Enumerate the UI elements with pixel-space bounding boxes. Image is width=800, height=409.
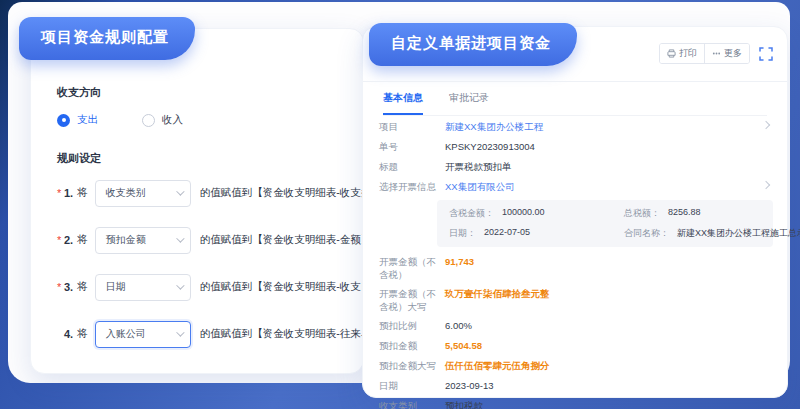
direction-radio-group: 支出 收入 <box>57 113 347 127</box>
contract-info-row: 日期： 2022-07-05 合同名称： 新建XX集团办公楼工程施工总承包合同 <box>449 227 761 240</box>
print-button-label: 打印 <box>679 47 697 60</box>
chevron-down-icon <box>176 281 184 289</box>
rule-word: 将 <box>77 280 88 294</box>
field-row-withhold-amount-caps: 预扣金额大写 伍仟伍佰零肆元伍角捌分 <box>379 356 775 376</box>
required-asterisk: * <box>57 234 64 246</box>
radio-income-label: 收入 <box>162 113 183 127</box>
category-value: 预扣税款 <box>445 399 501 409</box>
select-value: 日期 <box>106 280 126 294</box>
date-value: 2023-09-13 <box>445 379 512 392</box>
contract-name-label: 合同名称： <box>624 227 669 240</box>
field-value: 开票税款预扣单 <box>445 160 530 173</box>
field-row-title: 标题 开票税款预扣单 <box>379 157 775 177</box>
field-label: 项目 <box>379 120 445 133</box>
field-label: 开票金额（不含税）大写 <box>379 287 445 313</box>
contract-date-value: 2022-07-05 <box>484 227 530 240</box>
rule-number: 1. <box>64 187 73 199</box>
contract-info-box: 含税金额： 100000.00 总税额： 8256.88 日期： 2022-07… <box>437 200 773 247</box>
radio-expense[interactable]: 支出 <box>57 113 98 127</box>
radio-income[interactable]: 收入 <box>142 113 183 127</box>
field-row-invoice-amount-caps: 开票金额（不含税）大写 玖万壹仟柒佰肆拾叁元整 <box>379 284 775 316</box>
header-divider <box>363 81 787 82</box>
more-icon <box>712 49 721 58</box>
field-label: 标题 <box>379 160 445 173</box>
print-icon <box>667 49 676 58</box>
select-value: 入账公司 <box>106 327 146 341</box>
document-detail-panel: 自定义单据进项目资金 打印 更多 基本信息 审批记录 <box>362 26 788 398</box>
field-row-invoice-amount: 开票金额（不含税） 91,743 <box>379 252 775 284</box>
field-rows: 项目 新建XX集团办公楼工程 单号 KPSKY20230913004 标题 开票… <box>379 117 775 409</box>
tab-approval-record[interactable]: 审批记录 <box>449 91 489 115</box>
chevron-right-icon <box>762 181 770 189</box>
contract-date-label: 日期： <box>449 227 476 240</box>
tab-basic-info[interactable]: 基本信息 <box>383 91 423 115</box>
required-asterisk: * <box>57 281 64 293</box>
more-button[interactable]: 更多 <box>704 44 749 63</box>
rule-field-select-4[interactable]: 入账公司 <box>95 321 191 348</box>
field-row-invoice-info[interactable]: 选择开票信息 XX集团有限公司 <box>379 177 775 197</box>
field-row-withhold-ratio: 预扣比例 6.00% <box>379 316 775 336</box>
field-label: 单号 <box>379 140 445 153</box>
select-value: 预扣金额 <box>106 233 146 247</box>
withhold-amount-value: 5,504.58 <box>445 339 500 352</box>
field-label: 日期 <box>379 379 445 392</box>
rule-row-1: * 1. 将 收支类别 的值赋值到【资金收支明细表-收支类别】中 <box>57 179 347 207</box>
toolbar-button-group: 打印 更多 <box>659 43 750 64</box>
total-tax-label: 总税额： <box>624 207 660 220</box>
detail-tabs: 基本信息 审批记录 <box>383 91 767 116</box>
rule-text: 的值赋值到【资金收支明细表-金额】中 <box>200 233 382 247</box>
print-button[interactable]: 打印 <box>660 44 704 63</box>
contract-info-row: 含税金额： 100000.00 总税额： 8256.88 <box>449 207 761 220</box>
rule-config-body: 收支方向 支出 收入 规则设定 * 1. 将 收支类别 <box>57 85 347 367</box>
radio-selected-icon <box>57 114 70 127</box>
invoice-amount-caps-value: 玖万壹仟柒佰肆拾叁元整 <box>445 287 568 300</box>
rule-row-3: * 3. 将 日期 的值赋值到【资金收支明细表-收支日期】中 <box>57 273 347 301</box>
tax-incl-label: 含税金额： <box>449 207 494 220</box>
withhold-amount-caps-value: 伍仟伍佰零肆元伍角捌分 <box>445 359 568 372</box>
field-row-date: 日期 2023-09-13 <box>379 376 775 396</box>
chevron-down-icon <box>176 187 184 195</box>
chevron-down-icon <box>176 234 184 242</box>
rule-number: 2. <box>64 234 73 246</box>
rule-word: 将 <box>77 186 88 200</box>
field-row-withhold-amount: 预扣金额 5,504.58 <box>379 336 775 356</box>
field-row-number: 单号 KPSKY20230913004 <box>379 137 775 157</box>
page-background: 项目资金规则配置 收支方向 支出 收入 规则设定 * 1. 将 收支类别 <box>0 0 800 409</box>
field-row-category: 收支类别 预扣税款 <box>379 396 775 409</box>
chevron-down-icon <box>176 328 184 336</box>
field-label: 收支类别 <box>379 399 445 409</box>
field-label: 预扣比例 <box>379 319 445 332</box>
rule-word: 将 <box>77 327 88 341</box>
rule-field-select-3[interactable]: 日期 <box>95 274 191 301</box>
required-asterisk: * <box>57 187 64 199</box>
invoice-amount-value: 91,743 <box>445 255 492 268</box>
rules-label: 规则设定 <box>57 151 347 166</box>
radio-unselected-icon <box>142 114 155 127</box>
field-label: 预扣金额 <box>379 339 445 352</box>
document-toolbar: 打印 更多 <box>659 43 773 64</box>
invoice-company-link[interactable]: XX集团有限公司 <box>445 180 533 193</box>
project-link[interactable]: 新建XX集团办公楼工程 <box>445 120 561 133</box>
fullscreen-button[interactable] <box>759 47 773 61</box>
field-label: 预扣金额大写 <box>379 359 445 372</box>
radio-expense-label: 支出 <box>77 113 98 127</box>
direction-label: 收支方向 <box>57 85 347 100</box>
document-panel-title: 自定义单据进项目资金 <box>369 23 577 66</box>
tax-incl-value: 100000.00 <box>502 207 545 220</box>
rule-number: 4. <box>64 328 73 340</box>
rule-field-select-1[interactable]: 收支类别 <box>95 180 191 207</box>
rule-word: 将 <box>77 233 88 247</box>
select-value: 收支类别 <box>106 186 146 200</box>
fullscreen-icon <box>759 47 773 61</box>
chevron-right-icon <box>762 121 770 129</box>
rule-row-4: * 4. 将 入账公司 的值赋值到【资金收支明细表-往来单位】中 <box>57 320 347 348</box>
withhold-ratio-value: 6.00% <box>445 319 490 332</box>
rule-config-panel: 项目资金规则配置 收支方向 支出 收入 规则设定 * 1. 将 收支类别 <box>30 28 364 374</box>
field-value: KPSKY20230913004 <box>445 140 553 153</box>
field-row-project[interactable]: 项目 新建XX集团办公楼工程 <box>379 117 775 137</box>
more-button-label: 更多 <box>724 47 742 60</box>
rule-row-2: * 2. 将 预扣金额 的值赋值到【资金收支明细表-金额】中 <box>57 226 347 254</box>
rule-config-panel-title: 项目资金规则配置 <box>19 17 195 60</box>
rule-field-select-2[interactable]: 预扣金额 <box>95 227 191 254</box>
field-label: 开票金额（不含税） <box>379 255 445 281</box>
